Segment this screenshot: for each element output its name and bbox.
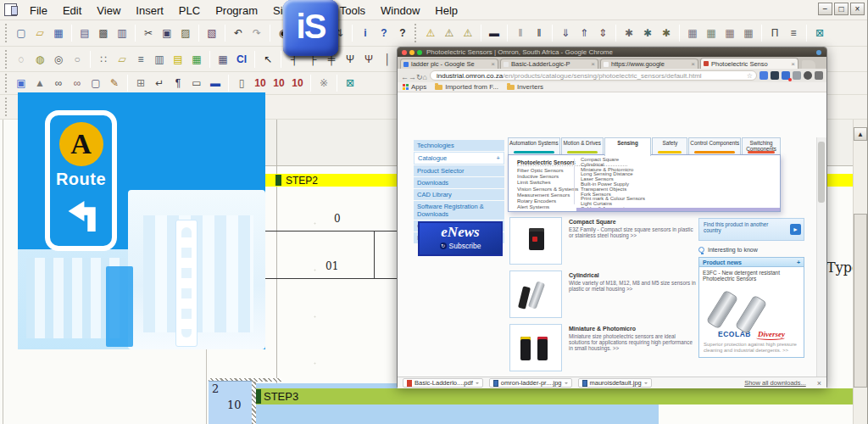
- print-preview-icon[interactable]: ▥: [114, 25, 131, 42]
- minimize-traffic-light[interactable]: [409, 50, 415, 55]
- grid-toggle-icon[interactable]: ∷: [95, 51, 112, 68]
- https://www.google[interactable]: https://www.google ×: [600, 59, 698, 69]
- pause-trigger-icon[interactable]: ‖: [531, 25, 548, 42]
- download-item[interactable]: mauroisdefault.jpg: [578, 378, 652, 388]
- context-help-icon[interactable]: ?: [394, 25, 411, 42]
- Product Selector[interactable]: Product Selector: [414, 165, 504, 176]
- coil-nc-icon[interactable]: Ψ: [360, 51, 377, 68]
- Switching Components[interactable]: Switching Components: [742, 137, 781, 154]
- transfer-to-plc-icon[interactable]: ⇓: [557, 25, 574, 42]
- tab-close-icon[interactable]: ×: [591, 60, 595, 68]
- bookmark-item[interactable]: Inverters: [507, 83, 543, 91]
- toolbar-handle[interactable]: [5, 24, 9, 42]
- Software Registration & Downloads[interactable]: Software Registration & Downloads: [414, 201, 504, 220]
- zoom-reset-icon[interactable]: ○: [69, 51, 86, 68]
- nav-icon[interactable]: ←: [401, 73, 409, 81]
- pause-icon[interactable]: ‖: [512, 25, 529, 42]
- monitor-mode-icon[interactable]: ⚠: [459, 25, 476, 42]
- Insert[interactable]: Insert: [128, 2, 171, 20]
- monitor-10ms-io-icon[interactable]: 10: [289, 75, 306, 92]
- scrollbar-up-button[interactable]: ▲: [854, 127, 867, 141]
- compare-with-plc-icon[interactable]: ⇕: [594, 25, 611, 42]
- CAD Library[interactable]: CAD Library: [414, 189, 504, 200]
- Sensing[interactable]: Sensing: [604, 137, 652, 156]
- download-item[interactable]: omron-ladder-pr....jpg: [489, 378, 572, 388]
- print-setup-icon[interactable]: ▤: [76, 25, 93, 42]
- rung-comment-icon[interactable]: ▱: [114, 51, 131, 68]
- copy-icon[interactable]: ▣: [159, 25, 175, 42]
- symbol-tree-icon[interactable]: ▦: [188, 51, 205, 68]
- open-icon[interactable]: ▱: [31, 25, 48, 42]
- transfer-from-plc-icon[interactable]: ⇑: [576, 25, 593, 42]
- online-edit-icon[interactable]: ✱: [620, 25, 637, 42]
- toolbar-handle[interactable]: [415, 24, 419, 42]
- help-icon[interactable]: ?: [376, 25, 392, 42]
- Window[interactable]: Window: [373, 2, 427, 20]
- save-icon[interactable]: ▦: [50, 25, 67, 42]
- monitor-window-icon[interactable]: ▯: [233, 75, 250, 92]
- extension-icon-dark[interactable]: [771, 71, 779, 80]
- page-scrollbar-thumb[interactable]: [818, 142, 825, 203]
- section-title[interactable]: Compact Square: [569, 219, 616, 225]
- product-news-caption[interactable]: Superior protection against high pressur…: [699, 340, 804, 357]
- mnemonics-icon[interactable]: ⊞: [132, 75, 149, 92]
- bookmark-item[interactable]: Imported from F...: [435, 83, 498, 91]
- section-title[interactable]: Cylindrical: [569, 272, 599, 278]
- product-news-title[interactable]: E3FC - New detergent resistant Photoelec…: [699, 267, 804, 284]
- paste-icon[interactable]: ▨: [177, 25, 194, 42]
- properties-icon[interactable]: i: [357, 25, 374, 42]
- spectacles-icon[interactable]: ∞: [50, 75, 67, 92]
- nav-icon[interactable]: ↻: [416, 73, 423, 81]
- chrome-menu-icon[interactable]: [815, 71, 823, 80]
- selected-row[interactable]: [256, 404, 659, 424]
- minimize-button[interactable]: −: [818, 3, 832, 15]
- toolbar-handle[interactable]: [5, 50, 9, 69]
- Technologies[interactable]: Technologies: [414, 140, 504, 151]
- File[interactable]: File: [22, 2, 55, 20]
- cross-reference-icon[interactable]: CI: [233, 51, 250, 68]
- vertical-line-icon[interactable]: │: [379, 51, 396, 68]
- time-chart-monitor-icon[interactable]: ≡: [785, 25, 802, 42]
- rung-wrap-icon[interactable]: ↵: [151, 75, 168, 92]
- online-mode-icon[interactable]: ⚠: [441, 25, 458, 42]
- coil-no-icon[interactable]: Ψ: [342, 51, 359, 68]
- zoom-select-icon[interactable]: ◍: [31, 51, 48, 68]
- differential-monitor-icon[interactable]: Π: [766, 25, 783, 42]
- monitor-10ms-net-icon[interactable]: 10: [270, 75, 287, 92]
- Downloads[interactable]: Downloads: [414, 177, 504, 188]
- enews-banner[interactable]: eNews ↻Subscribe: [418, 221, 503, 256]
- tab-close-icon[interactable]: ×: [491, 60, 495, 68]
- scrollbar-thumb[interactable]: [854, 214, 867, 388]
- work-online-icon[interactable]: ⚠: [422, 25, 439, 42]
- bookmark-item[interactable]: Apps: [403, 83, 426, 91]
- find-product-box[interactable]: Find this product in another country ►: [698, 218, 804, 241]
- chrome-window[interactable]: Photoelectric Sensors | Omron, South Afr…: [397, 47, 827, 388]
- bookmark-star-icon[interactable]: ☆: [747, 72, 753, 80]
- Edit[interactable]: Edit: [55, 2, 89, 20]
- find-product-button[interactable]: ►: [790, 224, 801, 235]
- Basic-LadderLogic-P[interactable]: Basic-LadderLogic-P ×: [500, 59, 598, 69]
- PLC[interactable]: PLC: [171, 2, 208, 20]
- cut-icon[interactable]: ✂: [140, 25, 157, 42]
- nav-icon[interactable]: ⌂: [423, 73, 427, 81]
- output-window-icon[interactable]: ▢: [87, 75, 104, 92]
- new-project-icon[interactable]: ▢: [13, 25, 30, 42]
- new-window-icon[interactable]: ▣: [13, 75, 30, 92]
- monitor-10ms-icon[interactable]: 10: [252, 75, 269, 92]
- cancel-online-edit-icon[interactable]: ✱: [658, 25, 675, 42]
- expand-plus-icon[interactable]: +: [797, 259, 800, 265]
- memory-view-icon-2[interactable]: ▦: [703, 25, 720, 42]
- section-title[interactable]: Miniature & Photomicro: [569, 326, 636, 332]
- Motion & Drives[interactable]: Motion & Drives: [561, 137, 604, 154]
- block-list-icon[interactable]: ▤: [170, 51, 186, 68]
- nav-icon[interactable]: →: [409, 73, 416, 81]
- chrome-title-bar[interactable]: Photoelectric Sensors | Omron, South Afr…: [398, 47, 826, 57]
- memory-view-icon-3[interactable]: ▦: [721, 25, 738, 42]
- section-description[interactable]: E3Z Family - Compact size square sensors…: [569, 226, 696, 238]
- toolbar-handle[interactable]: [5, 98, 9, 116]
- io-comment-icon[interactable]: ▥: [151, 51, 168, 68]
- watch-window-icon[interactable]: ▬: [207, 75, 224, 92]
- close-traffic-light[interactable]: [402, 50, 407, 55]
- show-list-icon[interactable]: ≡: [132, 51, 149, 68]
- data-trace-icon[interactable]: ⊠: [811, 25, 828, 42]
